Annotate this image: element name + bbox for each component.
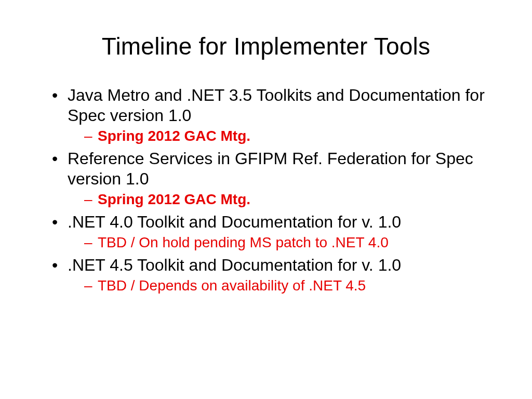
- sub-text: Spring 2012 GAC Mtg.: [98, 128, 250, 144]
- sub-list: Spring 2012 GAC Mtg.: [68, 190, 501, 209]
- slide-content: Java Metro and .NET 3.5 Toolkits and Doc…: [0, 85, 532, 295]
- sub-item: TBD / On hold pending MS patch to .NET 4…: [82, 233, 501, 252]
- bullet-item: .NET 4.0 Toolkit and Documentation for v…: [49, 212, 501, 252]
- sub-list: TBD / Depends on availability of .NET 4.…: [68, 276, 501, 295]
- bullet-item: Reference Services in GFIPM Ref. Federat…: [49, 149, 501, 209]
- slide-title: Timeline for Implementer Tools: [0, 32, 532, 60]
- bullet-text: .NET 4.5 Toolkit and Documentation for v…: [68, 256, 401, 274]
- bullet-list: Java Metro and .NET 3.5 Toolkits and Doc…: [49, 85, 501, 295]
- sub-item: Spring 2012 GAC Mtg.: [82, 127, 501, 145]
- bullet-text: Java Metro and .NET 3.5 Toolkits and Doc…: [68, 86, 485, 125]
- sub-list: Spring 2012 GAC Mtg.: [68, 127, 501, 145]
- sub-list: TBD / On hold pending MS patch to .NET 4…: [68, 233, 501, 252]
- sub-text: TBD / On hold pending MS patch to .NET 4…: [98, 234, 389, 250]
- sub-item: TBD / Depends on availability of .NET 4.…: [82, 276, 501, 295]
- sub-text: Spring 2012 GAC Mtg.: [98, 191, 250, 207]
- sub-text: TBD / Depends on availability of .NET 4.…: [98, 277, 366, 294]
- sub-item: Spring 2012 GAC Mtg.: [82, 190, 501, 209]
- bullet-text: .NET 4.0 Toolkit and Documentation for v…: [68, 212, 401, 231]
- slide: Timeline for Implementer Tools Java Metr…: [0, 32, 532, 399]
- bullet-text: Reference Services in GFIPM Ref. Federat…: [68, 149, 473, 188]
- bullet-item: .NET 4.5 Toolkit and Documentation for v…: [49, 255, 501, 295]
- bullet-item: Java Metro and .NET 3.5 Toolkits and Doc…: [49, 85, 501, 145]
